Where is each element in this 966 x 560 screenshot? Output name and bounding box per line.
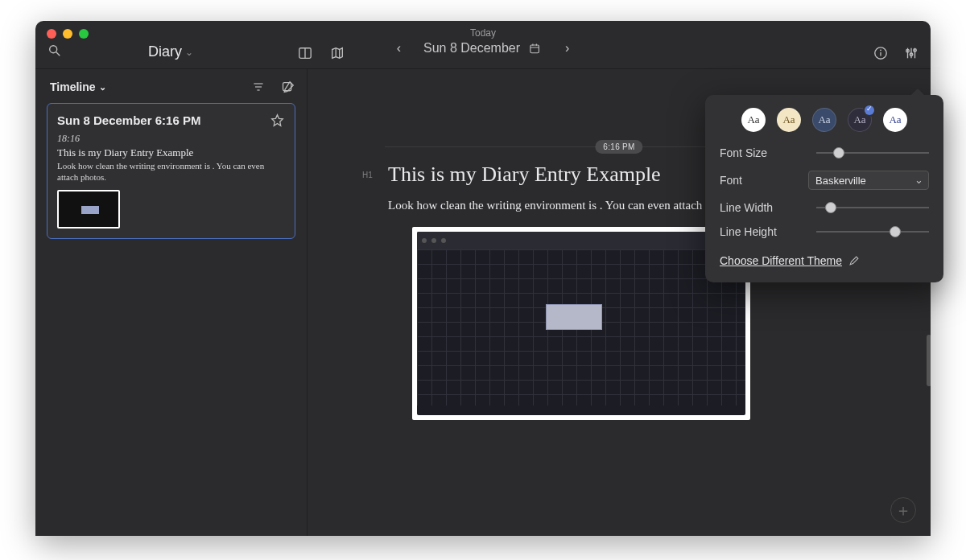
font-select[interactable]: Baskerville bbox=[808, 171, 929, 190]
app-window: Diary ⌄ Today ‹ Sun 8 December › bbox=[35, 21, 931, 536]
chevron-down-icon: ⌄ bbox=[99, 82, 106, 93]
svg-point-12 bbox=[880, 50, 881, 51]
appearance-settings-icon[interactable] bbox=[903, 45, 919, 61]
prev-day-button[interactable]: ‹ bbox=[397, 41, 401, 56]
info-icon[interactable] bbox=[873, 45, 889, 61]
font-size-label: Font Size bbox=[720, 146, 767, 159]
choose-theme-label: Choose Different Theme bbox=[720, 254, 842, 267]
font-row: Font Baskerville bbox=[720, 171, 929, 190]
line-width-slider[interactable] bbox=[816, 207, 929, 208]
timeline-selector[interactable]: Timeline ⌄ bbox=[50, 80, 106, 93]
journal-title[interactable]: Diary ⌄ bbox=[148, 43, 193, 60]
theme-swatch-0[interactable]: Aa bbox=[741, 108, 766, 132]
attached-image[interactable] bbox=[412, 227, 750, 420]
entry-body: Look how clean the writing environment i… bbox=[57, 161, 285, 183]
svg-point-0 bbox=[50, 45, 57, 52]
entry-thumbnail[interactable] bbox=[57, 190, 120, 229]
font-label: Font bbox=[720, 174, 742, 187]
new-entry-button[interactable]: ＋ bbox=[890, 497, 916, 523]
choose-theme-link[interactable]: Choose Different Theme bbox=[720, 254, 860, 267]
theme-swatch-4[interactable]: Aa bbox=[883, 108, 907, 132]
entry-header: Sun 8 December 6:16 PM bbox=[57, 113, 200, 127]
svg-line-1 bbox=[56, 51, 60, 56]
sidebar: Timeline ⌄ Sun 8 December 6:16 PM 18:16 bbox=[35, 69, 308, 536]
journal-title-label: Diary bbox=[148, 43, 182, 60]
line-width-label: Line Width bbox=[720, 201, 773, 214]
entry-time: 18:16 bbox=[57, 133, 285, 145]
map-icon[interactable] bbox=[329, 45, 345, 61]
timeline-label: Timeline bbox=[50, 80, 96, 93]
next-day-button[interactable]: › bbox=[565, 41, 569, 56]
star-icon[interactable] bbox=[269, 112, 285, 128]
entry-title: This is my Diary Entry Example bbox=[57, 146, 285, 159]
entry-time-pill: 6:16 PM bbox=[595, 140, 642, 154]
entry-heading[interactable]: This is my Diary Entry Example bbox=[388, 163, 661, 187]
filter-icon[interactable] bbox=[250, 79, 266, 95]
title-bar: Diary ⌄ Today ‹ Sun 8 December › bbox=[35, 21, 931, 69]
chevron-down-icon: ⌄ bbox=[185, 47, 193, 58]
entry-card[interactable]: Sun 8 December 6:16 PM 18:16 This is my … bbox=[47, 103, 295, 239]
theme-swatch-2[interactable]: Aa bbox=[812, 108, 836, 132]
search-icon[interactable] bbox=[47, 43, 63, 59]
heading-level-label: H1 bbox=[362, 171, 373, 179]
line-height-label: Line Height bbox=[720, 225, 777, 238]
appearance-popover: AaAaAaAaAa Font Size Font Baskerville Li… bbox=[705, 95, 943, 282]
theme-swatch-3[interactable]: Aa bbox=[848, 108, 872, 132]
theme-swatch-1[interactable]: Aa bbox=[777, 108, 801, 132]
theme-swatches: AaAaAaAaAa bbox=[720, 108, 929, 132]
calendar-icon[interactable] bbox=[526, 40, 543, 56]
sidebar-header: Timeline ⌄ bbox=[50, 79, 295, 95]
line-width-row: Line Width bbox=[720, 201, 929, 214]
scrollbar-thumb[interactable] bbox=[927, 335, 931, 386]
entry-paragraph[interactable]: Look how clean the writing environment i… bbox=[388, 198, 743, 212]
svg-rect-6 bbox=[530, 45, 539, 53]
font-size-slider[interactable] bbox=[816, 152, 929, 154]
current-date[interactable]: Sun 8 December bbox=[423, 41, 520, 56]
today-label: Today bbox=[397, 27, 570, 39]
font-size-row: Font Size bbox=[720, 146, 929, 159]
line-height-row: Line Height bbox=[720, 225, 929, 238]
split-view-icon[interactable] bbox=[297, 45, 313, 61]
line-height-slider[interactable] bbox=[816, 231, 929, 233]
font-value: Baskerville bbox=[815, 175, 866, 187]
date-navigator: Today ‹ Sun 8 December › bbox=[397, 27, 570, 56]
pencil-icon bbox=[848, 255, 860, 266]
compose-icon[interactable] bbox=[279, 79, 295, 95]
